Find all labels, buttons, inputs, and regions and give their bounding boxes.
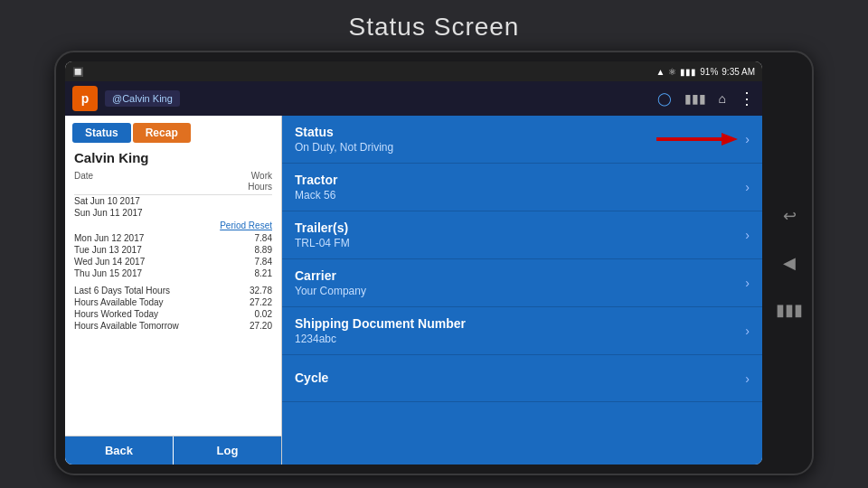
shipping-doc-label: Shipping Document Number bbox=[295, 316, 745, 331]
log-row: Sun Jun 11 2017 bbox=[74, 207, 272, 219]
date-column-header: Date bbox=[74, 171, 93, 192]
status-bar: 🔲 ▲ ⚛ ▮▮▮ 91% 9:35 AM bbox=[65, 61, 762, 81]
period-reset-link[interactable]: Period Reset bbox=[74, 219, 272, 232]
bluetooth-icon: ⚛ bbox=[668, 67, 676, 77]
top-bar: p @Calvin King ◯ ▮▮▮ ⌂ ⋮ bbox=[65, 81, 762, 116]
status-bar-left: 🔲 bbox=[72, 67, 83, 77]
more-options-icon[interactable]: ⋮ bbox=[739, 89, 755, 108]
trailer-info-row[interactable]: Trailer(s) TRL-04 FM › bbox=[282, 211, 762, 259]
log-table-header: Date WorkHours bbox=[74, 169, 272, 195]
app-logo: p bbox=[72, 86, 98, 111]
status-info-row[interactable]: Status On Duty, Not Driving › bbox=[282, 116, 762, 164]
tractor-content: Tractor Mack 56 bbox=[295, 173, 745, 202]
log-row: Sat Jun 10 2017 bbox=[74, 195, 272, 207]
right-panel: Status On Duty, Not Driving › Tractor bbox=[282, 116, 762, 465]
trailer-value: TRL-04 FM bbox=[295, 237, 745, 249]
cycle-label: Cycle bbox=[295, 371, 745, 385]
chevron-right-icon: › bbox=[745, 132, 750, 146]
home-icon[interactable]: ⌂ bbox=[719, 91, 726, 106]
log-row: Thu Jun 15 20178.21 bbox=[74, 267, 272, 279]
tablet-frame: 🔲 ▲ ⚛ ▮▮▮ 91% 9:35 AM p @Calvin King ◯ ▮… bbox=[54, 51, 814, 475]
shipping-doc-value: 1234abc bbox=[295, 333, 745, 345]
driver-name: Calvin King bbox=[65, 143, 281, 169]
back-button[interactable]: Back bbox=[65, 436, 174, 465]
carrier-label: Carrier bbox=[295, 268, 745, 283]
hours-column-header: WorkHours bbox=[248, 171, 272, 192]
chevron-right-icon: › bbox=[745, 324, 750, 338]
user-name-tag[interactable]: @Calvin King bbox=[105, 90, 180, 107]
cycle-info-row[interactable]: Cycle › bbox=[282, 355, 762, 402]
carrier-content: Carrier Your Company bbox=[295, 268, 745, 297]
tab-bar: Status Recap bbox=[65, 116, 281, 143]
tab-status[interactable]: Status bbox=[72, 123, 131, 143]
tractor-value: Mack 56 bbox=[295, 189, 745, 202]
left-panel: Status Recap Calvin King Date WorkHours … bbox=[65, 116, 282, 465]
chevron-right-icon: › bbox=[745, 276, 750, 290]
recent-nav-button[interactable]: ▮▮▮ bbox=[774, 295, 805, 325]
tab-recap[interactable]: Recap bbox=[133, 123, 191, 143]
main-content: Status Recap Calvin King Date WorkHours … bbox=[65, 116, 762, 465]
log-table: Date WorkHours Sat Jun 10 2017 Sun Jun 1… bbox=[65, 169, 281, 436]
summary-total-hours: Last 6 Days Total Hours32.78 bbox=[74, 285, 272, 296]
log-row: Mon Jun 12 20177.84 bbox=[74, 232, 272, 244]
left-panel-buttons: Back Log bbox=[65, 436, 281, 465]
tractor-label: Tractor bbox=[295, 173, 745, 187]
log-row: Wed Jun 14 20177.84 bbox=[74, 256, 272, 267]
summary-worked-today: Hours Worked Today0.02 bbox=[74, 308, 272, 320]
summary-available-today: Hours Available Today27.22 bbox=[74, 296, 272, 308]
gps-icon: ▲ bbox=[656, 67, 665, 77]
chevron-right-icon: › bbox=[745, 228, 750, 242]
status-bar-right: ▲ ⚛ ▮▮▮ 91% 9:35 AM bbox=[656, 67, 755, 77]
bluetooth-status-icon[interactable]: ◯ bbox=[657, 91, 672, 106]
chevron-right-icon: › bbox=[745, 180, 750, 194]
back-nav-button[interactable]: ↩ bbox=[774, 201, 805, 231]
shipping-doc-content: Shipping Document Number 1234abc bbox=[295, 316, 745, 345]
screen: 🔲 ▲ ⚛ ▮▮▮ 91% 9:35 AM p @Calvin King ◯ ▮… bbox=[65, 61, 762, 465]
status-value: On Duty, Not Driving bbox=[295, 141, 649, 154]
summary-available-tomorrow: Hours Available Tomorrow27.20 bbox=[74, 320, 272, 332]
svg-marker-1 bbox=[722, 133, 738, 145]
clock: 9:35 AM bbox=[722, 67, 755, 77]
signal-icon: ▮▮▮ bbox=[680, 67, 696, 77]
trailer-label: Trailer(s) bbox=[295, 221, 745, 235]
carrier-info-row[interactable]: Carrier Your Company › bbox=[282, 259, 762, 307]
home-nav-button[interactable]: ◀ bbox=[774, 248, 805, 278]
carrier-value: Your Company bbox=[295, 285, 745, 297]
status-label: Status bbox=[295, 125, 649, 139]
top-bar-icons: ◯ ▮▮▮ ⌂ ⋮ bbox=[657, 89, 755, 108]
chevron-right-icon: › bbox=[745, 371, 750, 386]
notification-icons: 🔲 bbox=[72, 67, 83, 77]
cycle-content: Cycle bbox=[295, 371, 745, 387]
shipping-doc-info-row[interactable]: Shipping Document Number 1234abc › bbox=[282, 307, 762, 355]
battery-level: 91% bbox=[700, 67, 718, 77]
signal-bars-icon: ▮▮▮ bbox=[684, 91, 706, 106]
page-title: Status Screen bbox=[349, 13, 520, 42]
trailer-content: Trailer(s) TRL-04 FM bbox=[295, 221, 745, 249]
tablet-nav-buttons: ↩ ◀ ▮▮▮ bbox=[774, 201, 805, 325]
red-arrow bbox=[656, 130, 738, 148]
log-row: Tue Jun 13 20178.89 bbox=[74, 244, 272, 256]
tractor-info-row[interactable]: Tractor Mack 56 › bbox=[282, 164, 762, 211]
log-button[interactable]: Log bbox=[174, 436, 281, 465]
status-content: Status On Duty, Not Driving bbox=[295, 125, 649, 154]
